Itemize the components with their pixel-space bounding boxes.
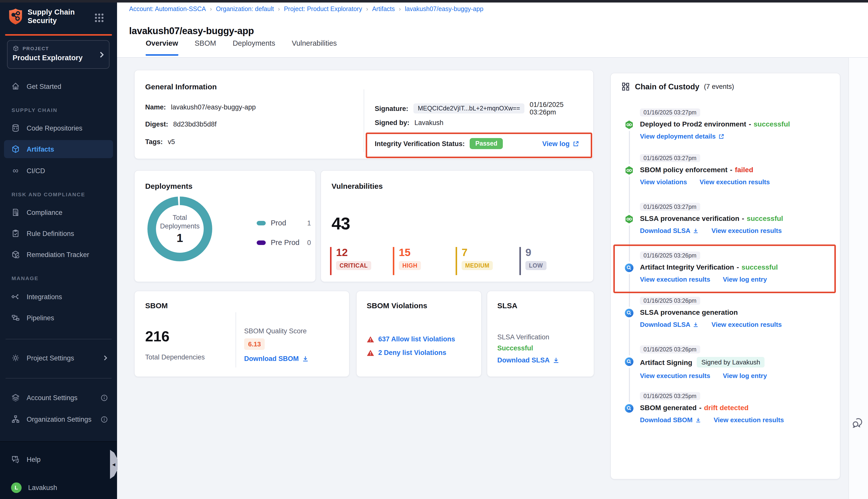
event-timestamp: 01/16/2025 03:27pm xyxy=(640,203,700,211)
view-deployment-details-link[interactable]: View deployment details xyxy=(640,133,724,140)
legend-item-prod: Prod 1 xyxy=(257,219,311,227)
view-execution-results-link[interactable]: View execution results xyxy=(699,178,770,186)
sidebar-item-organization-settings[interactable]: Organization Settings xyxy=(4,410,113,428)
chevron-right-icon xyxy=(103,355,108,361)
card-title: SLSA xyxy=(497,301,517,310)
content-area: General Information Name:lavakush07/easy… xyxy=(117,58,868,499)
deny-list-violations-link[interactable]: 2 Deny list Violations xyxy=(367,349,446,356)
download-slsa-link[interactable]: Download SLSA xyxy=(640,227,699,234)
project-selector[interactable]: PROJECT Product Exploratory xyxy=(7,40,109,69)
breadcrumb-separator: › xyxy=(278,5,280,13)
home-icon xyxy=(11,82,20,91)
chain-events-count: (7 events) xyxy=(704,83,734,90)
event-title: Artifact Signing xyxy=(640,358,692,366)
event-status: drift detected xyxy=(704,404,748,412)
total-dependencies-label: Total Dependencies xyxy=(145,353,205,361)
general-information-card: General Information Name:lavakush07/easy… xyxy=(134,70,594,159)
tab-sbom[interactable]: SBOM xyxy=(195,39,216,56)
compliance-document-icon xyxy=(11,208,20,217)
sidebar-item-remediation-tracker[interactable]: Remediation Tracker xyxy=(4,245,113,264)
sidebar-item-project-settings[interactable]: Project Settings xyxy=(4,349,113,367)
sidebar-item-compliance[interactable]: Compliance xyxy=(4,203,113,221)
signature-label: Signature: xyxy=(375,105,408,112)
sidebar-item-code-repositories[interactable]: Code Repositories xyxy=(4,119,113,137)
event-timestamp: 01/16/2025 03:26pm xyxy=(640,252,700,259)
info-icon xyxy=(100,394,108,401)
card-title: Deployments xyxy=(145,182,192,190)
breadcrumb-account[interactable]: Account: Automation-SSCA xyxy=(129,5,206,13)
event-title: SBOM generated xyxy=(640,404,697,412)
prod-count: 1 xyxy=(307,219,311,227)
layers-gear-icon xyxy=(11,393,20,402)
sidebar-item-rule-definitions[interactable]: Rule Definitions xyxy=(4,224,113,242)
sidebar-item-help[interactable]: Help xyxy=(4,450,113,468)
view-log-entry-link[interactable]: View log entry xyxy=(723,372,767,379)
view-execution-results-link[interactable]: View execution results xyxy=(640,372,710,379)
tab-deployments[interactable]: Deployments xyxy=(232,39,275,56)
view-log-entry-link[interactable]: View log entry xyxy=(723,276,767,283)
sidebar-item-integrations[interactable]: Integrations xyxy=(4,288,113,306)
brand-accent-bar xyxy=(5,34,112,36)
chat-help-icon[interactable] xyxy=(851,416,865,429)
pipeline-event-icon xyxy=(624,166,634,175)
severity-high: 15 HIGH xyxy=(393,247,455,275)
brand-title: Supply Chain Security xyxy=(28,8,75,25)
tab-vulnerabilities[interactable]: Vulnerabilities xyxy=(292,39,337,56)
sidebar-item-account-settings[interactable]: Account Settings xyxy=(4,389,113,406)
download-slsa-link[interactable]: Download SLSA xyxy=(640,321,699,328)
sbom-quality-score-value: 6.13 xyxy=(244,338,265,350)
event-title: Artifact Integrity Verification xyxy=(640,263,734,271)
prod-swatch xyxy=(257,221,266,225)
breadcrumb-current[interactable]: lavakush07/easy-buggy-app xyxy=(405,5,483,13)
slsa-card: SLSA SLSA Verification Successful Downlo… xyxy=(487,291,594,377)
breadcrumb-organization[interactable]: Organization: default xyxy=(216,5,274,13)
sidebar-item-get-started[interactable]: Get Started xyxy=(4,77,113,95)
remediation-cube-icon xyxy=(11,250,20,259)
scroll-gutter[interactable] xyxy=(848,58,868,499)
sbom-card: SBOM 216 Total Dependencies SBOM Quality… xyxy=(134,291,350,377)
download-icon xyxy=(553,357,560,364)
sidebar-item-pipelines[interactable]: Pipelines xyxy=(4,309,113,327)
view-execution-results-link[interactable]: View execution results xyxy=(713,416,784,424)
signature-value[interactable]: MEQCICde2VjIT...bL+2+mqnOXw== xyxy=(413,104,525,113)
tab-overview[interactable]: Overview xyxy=(146,39,178,56)
download-sbom-link[interactable]: Download SBOM xyxy=(640,416,701,424)
sidebar-item-cicd[interactable]: ∞ CI/CD xyxy=(4,162,113,180)
tags-label: Tags: xyxy=(145,138,163,146)
sidebar-item-artifacts[interactable]: Artifacts xyxy=(4,140,113,158)
legend-item-pre-prod: Pre Prod 0 xyxy=(257,239,311,246)
download-icon xyxy=(695,417,701,423)
signature-timestamp: 01/16/2025 03:26pm xyxy=(530,101,583,116)
event-timestamp: 01/16/2025 03:26pm xyxy=(640,345,700,353)
name-label: Name: xyxy=(145,104,166,111)
supply-chain-security-logo xyxy=(8,8,23,25)
view-execution-results-link[interactable]: View execution results xyxy=(640,276,710,283)
view-execution-results-link[interactable]: View execution results xyxy=(712,227,782,234)
vertical-divider xyxy=(364,89,364,152)
card-title: SBOM Violations xyxy=(367,301,427,310)
breadcrumb-artifacts[interactable]: Artifacts xyxy=(372,5,395,13)
allow-list-violations-link[interactable]: 637 Allow list Violations xyxy=(367,335,455,343)
main-area: Account: Automation-SSCA › Organization:… xyxy=(117,0,868,499)
scan-event-icon xyxy=(624,357,634,366)
breadcrumb-project[interactable]: Project: Product Exploratory xyxy=(284,5,362,13)
tab-bar: Overview SBOM Deployments Vulnerabilitie… xyxy=(146,39,337,56)
view-violations-link[interactable]: View violations xyxy=(640,178,687,186)
artifact-digest: 8d23bd3b5d8f xyxy=(173,121,217,128)
total-deployments-value: 1 xyxy=(177,231,183,245)
project-name: Product Exploratory xyxy=(13,54,104,62)
download-sbom-link[interactable]: Download SBOM xyxy=(244,355,309,363)
download-slsa-link[interactable]: Download SLSA xyxy=(497,356,560,364)
breadcrumb: Account: Automation-SSCA › Organization:… xyxy=(129,5,483,13)
view-execution-results-link[interactable]: View execution results xyxy=(712,321,782,328)
view-log-link[interactable]: View log xyxy=(542,140,579,148)
user-menu[interactable]: L Lavakush xyxy=(4,478,113,497)
external-link-icon xyxy=(572,141,579,147)
help-chat-icon xyxy=(11,455,20,464)
gear-icon xyxy=(11,353,20,363)
integrity-status-badge: Passed xyxy=(470,138,503,149)
severity-medium: 7 MEDIUM xyxy=(456,247,518,275)
event-title: SLSA provenance generation xyxy=(640,308,738,316)
module-grid-icon[interactable] xyxy=(94,13,104,23)
download-icon xyxy=(693,321,699,328)
